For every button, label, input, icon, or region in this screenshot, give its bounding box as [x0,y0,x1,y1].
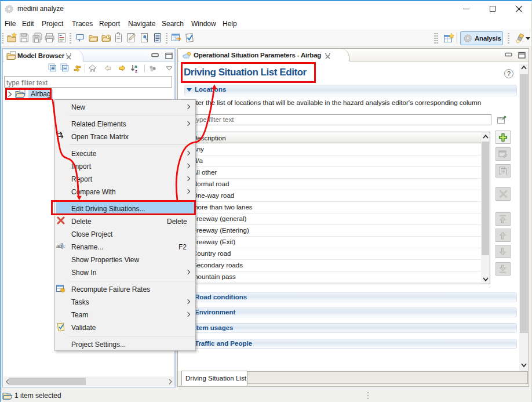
svg-text:ab: ab [56,243,62,249]
svg-text:z: z [135,68,137,74]
svg-text:c: c [63,243,66,249]
